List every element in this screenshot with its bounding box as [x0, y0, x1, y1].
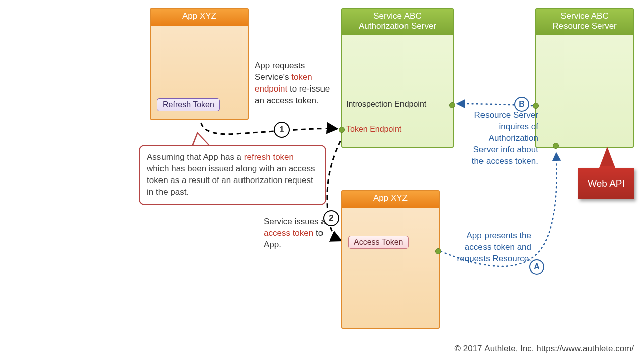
- web-api-flag: Web API: [578, 168, 634, 199]
- step-A-marker: A: [529, 259, 544, 275]
- resource-server-dot-top: [533, 103, 539, 109]
- resource-server-title: Service ABC Resource Server: [536, 9, 633, 35]
- note-stepA: App presents the access token and reques…: [446, 230, 531, 265]
- introspection-endpoint-dot: [449, 102, 455, 108]
- app-xyz-title: App XYZ: [151, 9, 248, 26]
- app-xyz-box-bottom: App XYZ: [341, 190, 440, 329]
- callout-pre: Assuming that App has a: [147, 152, 244, 162]
- app-xyz-title-2: App XYZ: [342, 191, 439, 208]
- resource-server-box: Service ABC Resource Server: [535, 8, 634, 148]
- callout-post: which has been issued along with an acce…: [147, 164, 315, 197]
- step-2-marker: 2: [323, 210, 339, 226]
- callout-highlight: refresh token: [244, 152, 294, 162]
- step-B-marker: B: [514, 97, 529, 112]
- token-endpoint-label: Token Endpoint: [346, 125, 401, 134]
- note-stepB: Resource Server inquires of Authorizatio…: [468, 110, 538, 167]
- note-step1: App requests Service's token endpoint to…: [255, 60, 340, 107]
- app2-dot: [435, 248, 441, 254]
- access-token-chip: Access Token: [348, 236, 409, 249]
- refresh-token-chip: Refresh Token: [157, 98, 220, 111]
- introspection-endpoint-label: Introspection Endpoint: [346, 100, 426, 109]
- diagram-stage: { "boxes":{ "app1_title":"App XYZ", "aut…: [0, 0, 644, 362]
- resource-server-dot-bottom: [553, 143, 559, 149]
- step-1-marker: 1: [274, 122, 290, 138]
- assumption-callout: Assuming that App has a refresh token wh…: [139, 145, 326, 205]
- copyright-footer: © 2017 Authlete, Inc. https://www.authle…: [454, 344, 634, 354]
- token-endpoint-dot: [339, 127, 345, 133]
- auth-server-title: Service ABC Authorization Server: [342, 9, 453, 35]
